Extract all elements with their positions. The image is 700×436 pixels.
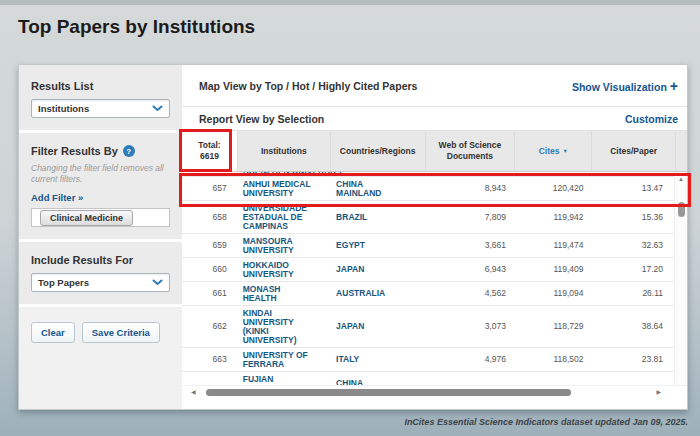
- scroll-up-icon[interactable]: ▲: [675, 176, 687, 182]
- column-header-countries-regions[interactable]: Countries/Regions: [331, 131, 426, 171]
- filter-tag-clinical-medicine[interactable]: Clinical Medicine: [40, 210, 133, 226]
- include-results-section: Include Results For Top Papers: [19, 242, 182, 307]
- institution-link[interactable]: KINDAI UNIVERSITY (KINKI UNIVERSITY): [238, 306, 330, 347]
- table-row[interactable]: 661MONASH HEALTHAUSTRALIA4,562119,09426.…: [182, 282, 674, 306]
- row-rank: 657: [182, 182, 238, 196]
- cites-value: 119,094: [514, 287, 591, 301]
- results-list-section: Results List Institutions: [19, 65, 182, 133]
- cites-per-paper-value: 26.11: [591, 287, 675, 301]
- table-body-viewport: SHENZHEN UNIVERSITY 657ANHUI MEDICAL UNI…: [182, 172, 687, 398]
- table-row[interactable]: 663UNIVERSITY OF FERRARAITALY4,976118,50…: [182, 348, 674, 372]
- save-criteria-button[interactable]: Save Criteria: [82, 322, 160, 343]
- results-list-selected: Institutions: [38, 103, 89, 114]
- cites-value: 118,502: [514, 353, 591, 367]
- cites-value: 118,729: [514, 320, 591, 334]
- map-view-title: Map View by Top / Hot / Highly Cited Pap…: [199, 80, 417, 92]
- chevron-down-icon: [152, 105, 163, 112]
- cites-value: 120,420: [514, 182, 591, 196]
- filter-section: Filter Results By ? Changing the filter …: [19, 133, 182, 242]
- cites-per-paper-value: 13.47: [591, 182, 675, 196]
- table-row[interactable]: 662KINDAI UNIVERSITY (KINKI UNIVERSITY)J…: [182, 306, 674, 348]
- show-visualization-link[interactable]: Show Visualization+: [572, 78, 678, 94]
- customize-link[interactable]: Customize: [625, 113, 678, 125]
- add-filter-link[interactable]: Add Filter »: [31, 192, 83, 203]
- country-link[interactable]: BRAZIL: [330, 210, 424, 224]
- report-view-title: Report View by Selection: [199, 113, 324, 125]
- column-header-wos-documents[interactable]: Web of Science Documents: [426, 131, 516, 171]
- column-header-cites-per-paper[interactable]: Cites/Paper: [592, 131, 676, 171]
- scroll-left-icon[interactable]: ◀: [191, 388, 196, 395]
- cites-per-paper-value: 17.20: [591, 263, 675, 277]
- table-row-highlighted[interactable]: 657ANHUI MEDICAL UNIVERSITYCHINA MAINLAN…: [182, 177, 674, 201]
- wos-documents-value: 4,562: [425, 287, 514, 301]
- country-link[interactable]: AUSTRALIA: [330, 287, 424, 301]
- plus-icon: +: [670, 78, 678, 94]
- dataset-updated-note: InCites Essential Science Indicators dat…: [404, 417, 688, 427]
- wos-documents-value: 3,661: [425, 239, 514, 253]
- map-view-bar: Map View by Top / Hot / Highly Cited Pap…: [182, 65, 687, 107]
- total-value: 6619: [200, 151, 219, 162]
- header-spacer: [676, 131, 687, 171]
- chevron-down-icon: [152, 279, 163, 286]
- clear-button[interactable]: Clear: [31, 322, 75, 343]
- country-link[interactable]: JAPAN: [330, 320, 424, 334]
- country-link[interactable]: ITALY: [330, 353, 424, 367]
- report-view-bar: Report View by Selection Customize: [182, 107, 687, 131]
- country-link[interactable]: EGYPT: [330, 239, 424, 253]
- horizontal-scrollbar[interactable]: ◀ ▶: [182, 385, 687, 398]
- cites-per-paper-value: 23.81: [591, 353, 675, 367]
- table-row[interactable]: 658UNIVERSIDADE ESTADUAL DE CAMPINASBRAZ…: [182, 201, 674, 234]
- cites-value: 119,409: [514, 263, 591, 277]
- country-link[interactable]: JAPAN: [330, 263, 424, 277]
- vertical-scrollbar[interactable]: ▲ ▼: [674, 172, 687, 398]
- column-header-cites[interactable]: Cites ▼: [515, 131, 592, 171]
- page-title: Top Papers by Institutions: [18, 16, 255, 38]
- row-rank: 660: [182, 263, 238, 277]
- scroll-right-icon[interactable]: ▶: [656, 388, 661, 395]
- content-card: Results List Institutions Filter Results…: [18, 64, 688, 410]
- institution-link[interactable]: HOKKAIDO UNIVERSITY: [238, 258, 330, 281]
- table-header: Total: 6619 Institutions Countries/Regio…: [182, 131, 687, 172]
- wos-documents-value: 7,809: [425, 210, 514, 224]
- main-panel: Map View by Top / Hot / Highly Cited Pap…: [182, 65, 687, 409]
- filter-label: Filter Results By: [31, 145, 118, 157]
- sidebar-buttons: Clear Save Criteria: [19, 307, 182, 358]
- wos-documents-value: 6,943: [425, 263, 514, 277]
- top-strip: [0, 0, 700, 5]
- partial-row-text: SHENZHEN UNIVERSITY: [243, 172, 674, 176]
- institution-link[interactable]: UNIVERSITY OF FERRARA: [238, 348, 330, 371]
- institution-link[interactable]: ANHUI MEDICAL UNIVERSITY: [238, 177, 330, 200]
- row-rank: 663: [182, 353, 238, 367]
- row-rank: 662: [182, 320, 238, 334]
- total-count-cell: Total: 6619: [182, 131, 238, 171]
- cites-per-paper-value: 15.36: [591, 210, 675, 224]
- row-rank: 659: [182, 239, 238, 253]
- vertical-scrollbar-thumb[interactable]: [678, 202, 685, 217]
- cites-per-paper-value: 32.63: [591, 239, 675, 253]
- table-row[interactable]: 659MANSOURA UNIVERSITYEGYPT3,661119,4743…: [182, 234, 674, 258]
- cites-value: 119,474: [514, 239, 591, 253]
- results-list-label: Results List: [31, 80, 170, 92]
- row-rank: 658: [182, 210, 238, 224]
- filter-note: Changing the filter field removes all cu…: [31, 163, 170, 185]
- row-rank: 661: [182, 287, 238, 301]
- table-row[interactable]: 660HOKKAIDO UNIVERSITYJAPAN6,943119,4091…: [182, 258, 674, 282]
- wos-documents-value: 8,943: [425, 182, 514, 196]
- institution-link[interactable]: MONASH HEALTH: [238, 282, 330, 305]
- institution-link[interactable]: MANSOURA UNIVERSITY: [238, 234, 330, 257]
- include-results-selected: Top Papers: [38, 277, 89, 288]
- country-link[interactable]: CHINA MAINLAND: [330, 177, 424, 200]
- column-header-institutions[interactable]: Institutions: [238, 131, 331, 171]
- wos-documents-value: 4,976: [425, 353, 514, 367]
- total-label: Total:: [198, 140, 221, 151]
- sidebar: Results List Institutions Filter Results…: [19, 65, 182, 409]
- institution-link[interactable]: UNIVERSIDADE ESTADUAL DE CAMPINAS: [238, 201, 330, 233]
- include-results-dropdown[interactable]: Top Papers: [31, 273, 170, 292]
- sort-desc-icon: ▼: [562, 148, 567, 155]
- cites-value: 119,942: [514, 210, 591, 224]
- results-list-dropdown[interactable]: Institutions: [31, 99, 170, 118]
- help-icon[interactable]: ?: [123, 145, 135, 157]
- filter-input[interactable]: Clinical Medicine: [31, 208, 170, 227]
- horizontal-scrollbar-thumb[interactable]: [206, 389, 571, 396]
- table-rows: SHENZHEN UNIVERSITY 657ANHUI MEDICAL UNI…: [182, 172, 674, 398]
